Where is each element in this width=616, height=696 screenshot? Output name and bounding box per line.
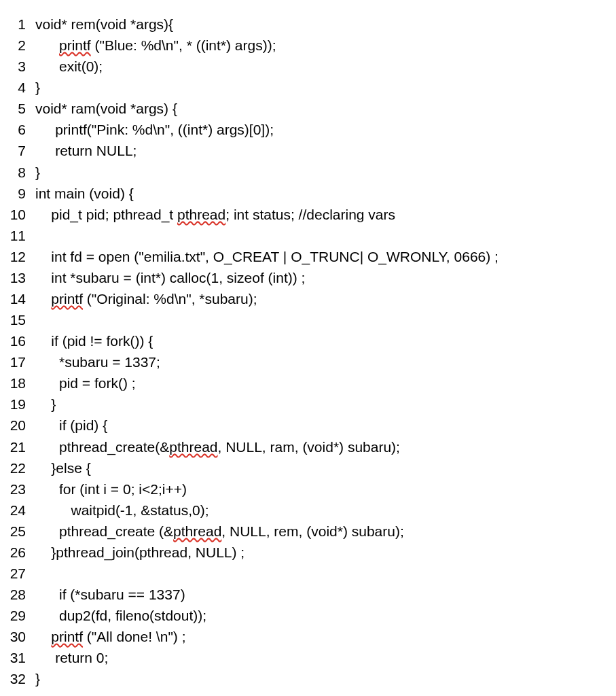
spelling-error: pthread: [173, 523, 221, 539]
code-line: if (pid) {: [35, 415, 602, 436]
code-line: int *subaru = (int*) calloc(1, sizeof (i…: [35, 267, 602, 288]
spelling-error: printf: [51, 629, 83, 644]
code-content: void* rem(void *args){ printf ("Blue: %d…: [35, 14, 602, 690]
code-line: }: [35, 394, 602, 415]
code-line: return NULL;: [35, 140, 602, 161]
line-number: 1: [7, 14, 26, 35]
line-number: 9: [7, 183, 26, 204]
line-number: 17: [7, 351, 26, 372]
code-line: [35, 309, 602, 330]
code-line: *subaru = 1337;: [35, 351, 602, 372]
spelling-error: pthread: [169, 439, 217, 455]
line-number: 12: [7, 246, 26, 267]
code-line: pthread_create (&pthread, NULL, rem, (vo…: [35, 521, 602, 542]
line-number: 24: [7, 500, 26, 521]
code-line: return 0;: [35, 647, 602, 668]
code-line: printf("Pink: %d\n", ((int*) args)[0]);: [35, 119, 602, 140]
line-number: 28: [7, 584, 26, 605]
code-line: [35, 563, 602, 584]
code-line: for (int i = 0; i<2;i++): [35, 478, 602, 500]
line-number: 5: [7, 98, 26, 119]
line-number: 19: [7, 394, 26, 415]
code-line: [35, 225, 602, 246]
code-line: int fd = open ("emilia.txt", O_CREAT | O…: [35, 246, 602, 267]
line-number: 20: [7, 415, 26, 436]
line-number: 15: [7, 309, 26, 330]
code-line: int main (void) {: [35, 183, 602, 204]
line-number: 6: [7, 119, 26, 140]
line-number: 27: [7, 563, 26, 584]
spelling-error: printf: [51, 291, 83, 307]
line-number: 16: [7, 330, 26, 351]
code-line: if (*subaru == 1337): [35, 584, 602, 605]
code-line: }: [35, 77, 602, 98]
code-line: }: [35, 668, 602, 689]
line-number: 14: [7, 288, 26, 309]
code-line: printf ("All done! \n") ;: [35, 626, 602, 647]
line-number: 31: [7, 647, 26, 668]
spelling-error: pthread: [177, 207, 225, 222]
line-number: 21: [7, 436, 26, 457]
code-line: pid = fork() ;: [35, 372, 602, 394]
code-line: pid_t pid; pthread_t pthread; int status…: [35, 204, 602, 225]
code-line: void* rem(void *args){: [35, 14, 602, 35]
code-line: waitpid(-1, &status,0);: [35, 500, 602, 521]
line-number-gutter: 1234567891011121314151617181920212223242…: [7, 14, 35, 690]
line-number: 23: [7, 478, 26, 500]
line-number: 7: [7, 140, 26, 161]
spelling-error: printf: [59, 37, 91, 53]
line-number: 26: [7, 542, 26, 563]
line-number: 25: [7, 521, 26, 542]
code-line: }pthread_join(pthread, NULL) ;: [35, 542, 602, 563]
code-line: }: [35, 162, 602, 183]
code-line: printf ("Original: %d\n", *subaru);: [35, 288, 602, 309]
line-number: 4: [7, 77, 26, 98]
line-number: 11: [7, 225, 26, 246]
line-number: 13: [7, 267, 26, 288]
code-line: dup2(fd, fileno(stdout));: [35, 605, 602, 626]
line-number: 18: [7, 372, 26, 394]
code-line: if (pid != fork()) {: [35, 330, 602, 351]
line-number: 10: [7, 204, 26, 225]
code-line: printf ("Blue: %d\n", * ((int*) args));: [35, 35, 602, 56]
line-number: 8: [7, 162, 26, 183]
code-line: }else {: [35, 457, 602, 478]
line-number: 3: [7, 56, 26, 77]
line-number: 22: [7, 457, 26, 478]
line-number: 2: [7, 35, 26, 56]
code-line: void* ram(void *args) {: [35, 98, 602, 119]
line-number: 32: [7, 668, 26, 689]
line-number: 30: [7, 626, 26, 647]
code-line: exit(0);: [35, 56, 602, 77]
code-block: 1234567891011121314151617181920212223242…: [7, 14, 602, 690]
line-number: 29: [7, 605, 26, 626]
code-line: pthread_create(&pthread, NULL, ram, (voi…: [35, 436, 602, 457]
